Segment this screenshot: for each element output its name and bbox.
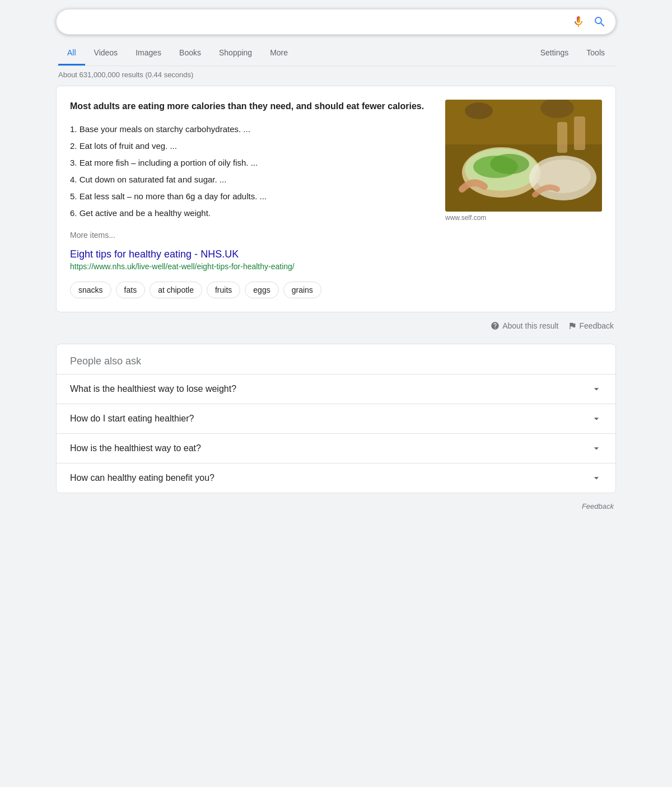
feedback-button[interactable]: Feedback bbox=[568, 321, 614, 330]
chevron-down-icon bbox=[591, 383, 602, 395]
list-item: 3. Eat more fish – including a portion o… bbox=[70, 154, 432, 171]
featured-image bbox=[445, 100, 602, 212]
flag-icon bbox=[568, 321, 577, 330]
tab-all[interactable]: All bbox=[58, 41, 85, 65]
tab-videos[interactable]: Videos bbox=[85, 41, 127, 65]
chip-snacks[interactable]: snacks bbox=[70, 282, 111, 298]
search-icon[interactable] bbox=[593, 15, 606, 29]
about-result-button[interactable]: About this result bbox=[491, 321, 558, 330]
paa-item-0[interactable]: What is the healthiest way to lose weigh… bbox=[57, 374, 615, 404]
svg-point-5 bbox=[490, 154, 529, 174]
list-item: 5. Eat less salt – no more than 6g a day… bbox=[70, 188, 432, 205]
featured-image-container: www.self.com bbox=[445, 100, 602, 298]
about-result-label: About this result bbox=[502, 321, 558, 330]
paa-item-2[interactable]: How is the healthiest way to eat? bbox=[57, 434, 615, 463]
tab-shopping[interactable]: Shopping bbox=[210, 41, 261, 65]
chip-fruits[interactable]: fruits bbox=[207, 282, 240, 298]
list-item: 6. Get active and be a healthy weight. bbox=[70, 205, 432, 222]
search-input[interactable]: how to eat healthy bbox=[66, 16, 572, 28]
microphone-icon[interactable] bbox=[572, 15, 585, 29]
featured-snippet-text: Most adults are eating more calories tha… bbox=[70, 100, 432, 298]
paa-question-0: What is the healthiest way to lose weigh… bbox=[70, 384, 236, 394]
chevron-down-icon bbox=[591, 443, 602, 454]
chip-fats[interactable]: fats bbox=[116, 282, 146, 298]
search-bar: how to eat healthy bbox=[56, 9, 616, 35]
svg-point-10 bbox=[465, 102, 493, 119]
featured-list: 1. Base your meals on starchy carbohydra… bbox=[70, 121, 432, 222]
tab-more[interactable]: More bbox=[261, 41, 297, 65]
tab-tools[interactable]: Tools bbox=[577, 41, 614, 65]
paa-question-3: How can healthy eating benefit you? bbox=[70, 473, 214, 483]
chevron-down-icon bbox=[591, 472, 602, 484]
tab-settings[interactable]: Settings bbox=[531, 41, 578, 65]
source-url-link[interactable]: https://www.nhs.uk/live-well/eat-well/ei… bbox=[70, 262, 295, 271]
source-title-link[interactable]: Eight tips for healthy eating - NHS.UK bbox=[70, 249, 432, 260]
bottom-feedback-link[interactable]: Feedback bbox=[56, 498, 616, 515]
list-item: 2. Eat lots of fruit and veg. ... bbox=[70, 138, 432, 154]
svg-rect-8 bbox=[574, 116, 585, 150]
list-item: 4. Cut down on saturated fat and sugar. … bbox=[70, 171, 432, 188]
search-icons bbox=[572, 15, 606, 29]
paa-title: People also ask bbox=[57, 344, 615, 374]
nav-tabs: All Videos Images Books Shopping More Se… bbox=[56, 41, 616, 66]
tab-books[interactable]: Books bbox=[170, 41, 210, 65]
paa-question-1: How do I start eating healthier? bbox=[70, 414, 194, 424]
feedback-label: Feedback bbox=[580, 321, 614, 330]
chevron-down-icon bbox=[591, 413, 602, 424]
result-meta: About this result Feedback bbox=[56, 317, 616, 335]
image-caption: www.self.com bbox=[445, 214, 602, 222]
people-also-ask-card: People also ask What is the healthiest w… bbox=[56, 344, 616, 493]
question-circle-icon bbox=[491, 321, 500, 330]
chip-grains[interactable]: grains bbox=[283, 282, 321, 298]
results-count: About 631,000,000 results (0.44 seconds) bbox=[56, 71, 616, 79]
featured-headline: Most adults are eating more calories tha… bbox=[70, 100, 432, 113]
chip-at-chipotle[interactable]: at chipotle bbox=[150, 282, 202, 298]
more-items-link[interactable]: More items... bbox=[70, 231, 432, 240]
paa-item-3[interactable]: How can healthy eating benefit you? bbox=[57, 463, 615, 493]
paa-question-2: How is the healthiest way to eat? bbox=[70, 443, 201, 453]
svg-rect-9 bbox=[557, 122, 567, 153]
list-item: 1. Base your meals on starchy carbohydra… bbox=[70, 121, 432, 138]
chip-eggs[interactable]: eggs bbox=[245, 282, 278, 298]
paa-item-1[interactable]: How do I start eating healthier? bbox=[57, 404, 615, 434]
chips-container: snacks fats at chipotle fruits eggs grai… bbox=[70, 282, 432, 298]
featured-snippet-card: Most adults are eating more calories tha… bbox=[56, 86, 616, 312]
tab-images[interactable]: Images bbox=[127, 41, 170, 65]
